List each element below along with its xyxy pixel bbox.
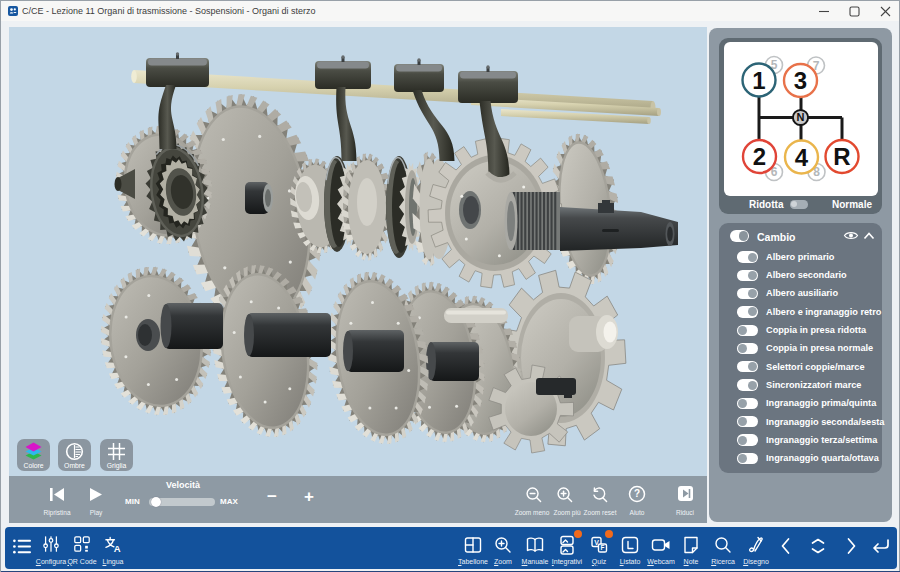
svg-text:?: ? [634,488,640,499]
svg-text:N: N [797,111,805,123]
svg-text:1: 1 [752,67,765,94]
svg-text:R: R [833,143,850,170]
svg-text:F: F [601,544,605,551]
svg-text:4: 4 [795,144,809,171]
svg-text:3: 3 [794,67,807,94]
svg-text:2: 2 [753,143,766,170]
svg-text:A: A [114,543,121,554]
